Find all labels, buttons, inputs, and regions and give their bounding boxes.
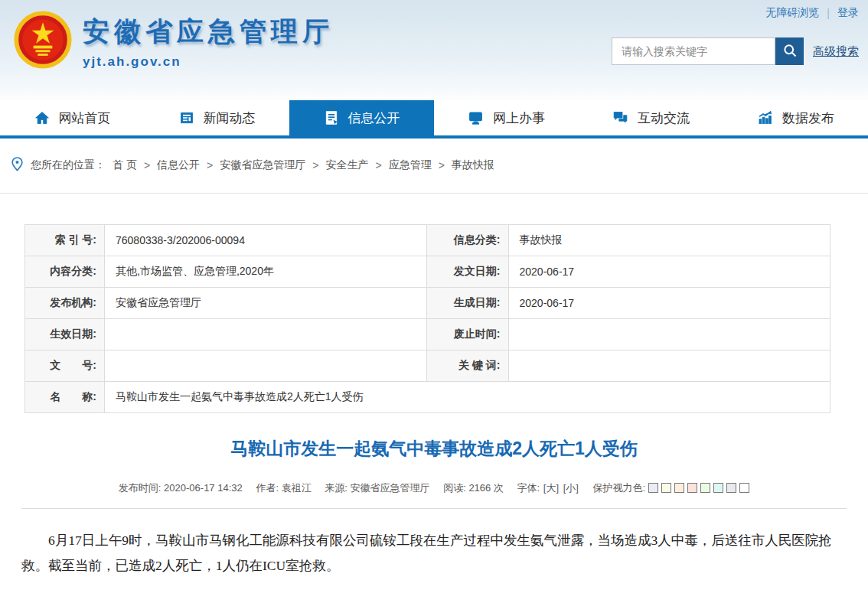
title-block: 安徽省应急管理厅 yjt.ah.gov.cn (83, 14, 334, 70)
advanced-search-link[interactable]: 高级搜索 (813, 44, 859, 59)
eye-color-swatch[interactable] (700, 483, 710, 493)
document-icon (324, 110, 339, 125)
doc-number-label: 文 号: (25, 350, 105, 382)
nav-label: 互动交流 (638, 109, 690, 127)
content-category-value: 其他,市场监管、应急管理,2020年 (105, 256, 427, 288)
search-input[interactable] (612, 37, 775, 65)
source: 来源: 安徽省应急管理厅 (325, 482, 429, 494)
eye-color-swatch[interactable] (687, 483, 697, 493)
publisher-value: 安徽省应急管理厅 (105, 288, 427, 319)
table-row: 生效日期: 废止时间: (25, 319, 830, 350)
content-category-label: 内容分类: (25, 256, 105, 288)
login-link[interactable]: 登录 (837, 6, 859, 20)
eye-color-swatch[interactable] (739, 483, 749, 493)
chart-icon (757, 110, 773, 125)
nav-label: 网上办事 (493, 109, 545, 127)
publish-time: 发布时间: 2020-06-17 14:32 (119, 482, 243, 494)
nav-item-online-services[interactable]: 网上办事 (434, 100, 579, 135)
nav-label: 网站首页 (59, 109, 111, 127)
eye-color-swatch[interactable] (674, 483, 684, 493)
eye-color-swatch[interactable] (713, 483, 723, 493)
article-title: 马鞍山市发生一起氨气中毒事故造成2人死亡1人受伤 (0, 437, 868, 461)
chat-icon (612, 110, 628, 125)
breadcrumb-separator: > (312, 159, 318, 171)
keywords-label: 关 键 词: (426, 350, 508, 382)
font-large-button[interactable]: [大] (543, 482, 559, 494)
site-name: 安徽省应急管理厅 (83, 14, 334, 50)
nav-label: 信息公开 (348, 109, 400, 127)
font-size-controls: 字体: [大] [小] (517, 482, 582, 494)
breadcrumb-item-emergency[interactable]: 应急管理 (389, 158, 432, 172)
site-url: yjt.ah.gov.cn (83, 54, 334, 70)
article-meta: 发布时间: 2020-06-17 14:32 作者: 袁祖江 来源: 安徽省应急… (0, 481, 868, 495)
table-row: 索 引 号: 76080338-3/202006-00094 信息分类: 事故快… (25, 225, 830, 256)
abolish-date-label: 废止时间: (426, 319, 508, 350)
search-bar: 高级搜索 (612, 37, 859, 65)
breadcrumb-separator: > (207, 159, 213, 171)
eye-protection-colors: 保护视力色: (593, 482, 750, 494)
info-category-value: 事故快报 (508, 225, 830, 256)
top-links-separator: | (827, 7, 830, 19)
breadcrumb-prefix: 您所在的位置： (31, 158, 106, 172)
info-category-label: 信息分类: (426, 225, 508, 256)
site-branding: 安徽省应急管理厅 yjt.ah.gov.cn (14, 11, 334, 72)
location-pin-icon (11, 156, 24, 174)
breadcrumb-item-home[interactable]: 首 页 (113, 158, 137, 172)
eye-color-swatch[interactable] (726, 483, 736, 493)
table-row: 文 号: 关 键 词: (25, 350, 830, 382)
effective-date-value (105, 319, 427, 350)
search-icon (782, 43, 798, 60)
breadcrumb-item-safety[interactable]: 安全生产 (325, 158, 368, 172)
font-small-button[interactable]: [小] (563, 482, 579, 494)
breadcrumb-separator: > (144, 159, 150, 171)
breadcrumb-item-accident-report[interactable]: 事故快报 (452, 158, 494, 172)
nav-item-home[interactable]: 网站首页 (0, 100, 145, 135)
generate-date-value: 2020-06-17 (508, 288, 830, 319)
nav-item-interaction[interactable]: 互动交流 (579, 100, 723, 135)
effective-date-label: 生效日期: (25, 319, 105, 350)
title-field-value: 马鞍山市发生一起氨气中毒事故造成2人死亡1人受伤 (105, 382, 830, 413)
breadcrumb-item-department[interactable]: 安徽省应急管理厅 (220, 158, 305, 172)
national-emblem-logo (14, 11, 72, 72)
issue-date-label: 发文日期: (426, 256, 508, 288)
breadcrumb: 您所在的位置： 首 页 > 信息公开 > 安徽省应急管理厅 > 安全生产 > 应… (11, 156, 868, 174)
keywords-value (508, 350, 830, 382)
breadcrumb-item-info[interactable]: 信息公开 (157, 158, 200, 172)
breadcrumb-bar: 您所在的位置： 首 页 > 信息公开 > 安徽省应急管理厅 > 安全生产 > 应… (0, 139, 868, 194)
table-row: 名 称: 马鞍山市发生一起氨气中毒事故造成2人死亡1人受伤 (25, 382, 830, 413)
nav-item-data-release[interactable]: 数据发布 (723, 100, 868, 135)
document-info-table: 索 引 号: 76080338-3/202006-00094 信息分类: 事故快… (24, 224, 830, 413)
view-count: 阅读: 2166 次 (443, 482, 504, 494)
table-row: 发布机构: 安徽省应急管理厅 生成日期: 2020-06-17 (25, 288, 830, 319)
nav-label: 数据发布 (782, 109, 834, 127)
page: 安徽省应急管理厅 yjt.ah.gov.cn 无障碍浏览 | 登录 高级搜索 (0, 0, 868, 616)
doc-number-value (105, 350, 427, 382)
accessibility-link[interactable]: 无障碍浏览 (765, 6, 819, 20)
content-divider (21, 508, 847, 509)
publisher-label: 发布机构: (25, 288, 105, 319)
title-field-label: 名 称: (25, 382, 105, 413)
eye-color-swatch[interactable] (648, 483, 658, 493)
nav-item-news[interactable]: 新闻动态 (145, 100, 289, 135)
breadcrumb-separator: > (439, 159, 445, 171)
table-row: 内容分类: 其他,市场监管、应急管理,2020年 发文日期: 2020-06-1… (25, 256, 830, 288)
home-icon (34, 110, 50, 125)
article-body-paragraph: 6月17日上午9时，马鞍山市马钢化工能源科技有限公司硫铵工段在生产过程中发生氨气… (21, 528, 848, 579)
generate-date-label: 生成日期: (426, 288, 508, 319)
issue-date-value: 2020-06-17 (508, 256, 830, 288)
index-number-label: 索 引 号: (25, 225, 105, 256)
breadcrumb-separator: > (375, 159, 381, 171)
nav-label: 新闻动态 (204, 109, 256, 127)
news-icon (179, 110, 194, 125)
top-links: 无障碍浏览 | 登录 (765, 6, 859, 20)
eye-color-swatch[interactable] (661, 483, 671, 493)
site-header: 安徽省应急管理厅 yjt.ah.gov.cn 无障碍浏览 | 登录 高级搜索 (0, 0, 868, 100)
nav-item-info-disclosure[interactable]: 信息公开 (289, 100, 434, 135)
author: 作者: 袁祖江 (256, 482, 311, 494)
monitor-icon (468, 110, 484, 125)
main-nav: 网站首页 新闻动态 信息公开 网上办事 互动交流 (0, 100, 868, 139)
search-button[interactable] (775, 37, 804, 65)
index-number-value: 76080338-3/202006-00094 (105, 225, 427, 256)
abolish-date-value (508, 319, 830, 350)
